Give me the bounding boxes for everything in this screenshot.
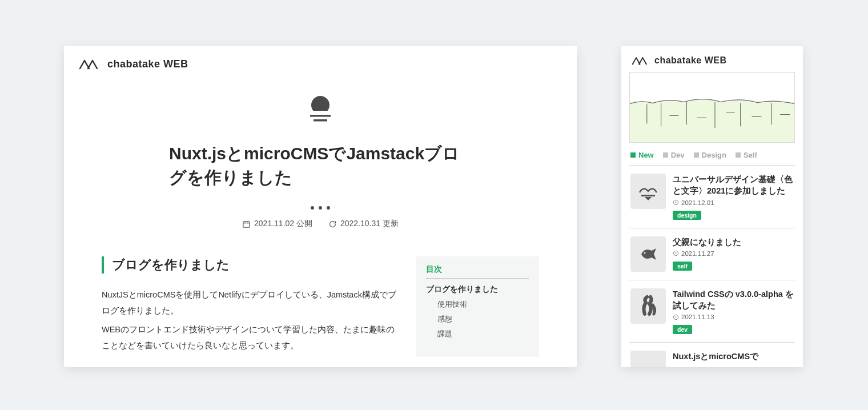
updated-date: 2022.10.31 更新	[328, 219, 399, 229]
post-title: 父親になりました	[673, 236, 794, 248]
post-item[interactable]: ユニバーサルデザイン基礎〈色と文字〉2021に参加しました 2021.12.01…	[621, 166, 803, 228]
filter-dev[interactable]: Dev	[663, 151, 685, 159]
svg-rect-2	[310, 115, 331, 117]
fish-icon	[637, 243, 660, 266]
post-date: 2021.11.13	[673, 313, 794, 320]
site-logo[interactable]: chabatake WEB	[621, 46, 803, 71]
article-body: ブログを作りました NuxtJSとmicroCMSを使用してNetlifyにデプ…	[64, 229, 577, 357]
svg-rect-3	[314, 119, 327, 122]
article-header: Nuxt.jsとmicroCMSでJamstackブログを作りました 2021.…	[64, 75, 577, 229]
post-title: Nuxt.jsとmicroCMSで	[673, 351, 794, 362]
post-body: Nuxt.jsとmicroCMSで	[673, 351, 794, 367]
svg-rect-5	[641, 195, 655, 196]
post-title: Tailwind CSSの v3.0.0-alpha を試してみた	[673, 288, 794, 312]
post-item[interactable]: 父親になりました 2021.11.27 self	[621, 228, 803, 280]
square-icon	[736, 152, 741, 158]
square-icon	[694, 152, 699, 158]
toc-title: 目次	[426, 264, 529, 279]
post-body: Tailwind CSSの v3.0.0-alpha を試してみた 2021.1…	[673, 288, 794, 335]
mobile-view: chabatake WEB New Dev Design Self	[621, 46, 803, 367]
post-item[interactable]: Nuxt.jsとmicroCMSで	[621, 343, 803, 367]
logo-mark-icon	[79, 57, 103, 71]
square-icon	[663, 152, 668, 158]
post-tag[interactable]: self	[673, 262, 692, 271]
category-filter: New Dev Design Self	[621, 151, 803, 165]
sunset-icon	[302, 93, 339, 129]
logo-text: chabatake WEB	[107, 58, 188, 70]
article-meta: 2021.11.02 公開 2022.10.31 更新	[98, 219, 542, 229]
post-body: ユニバーサルデザイン基礎〈色と文字〉2021に参加しました 2021.12.01…	[673, 174, 794, 220]
post-body: 父親になりました 2021.11.27 self	[673, 236, 794, 272]
post-date: 2021.11.27	[673, 250, 794, 257]
toc-item[interactable]: 感想	[426, 314, 529, 324]
seaweed-icon	[637, 295, 660, 317]
clock-icon	[673, 199, 679, 206]
tea-field-illustration-icon	[630, 73, 794, 143]
svg-point-7	[644, 252, 646, 254]
post-tag[interactable]: dev	[673, 325, 692, 334]
square-icon	[630, 152, 636, 158]
table-of-contents: 目次 ブログを作りました 使用技術 感想 課題	[416, 256, 539, 357]
article-title: Nuxt.jsとmicroCMSでJamstackブログを作りました	[169, 142, 472, 190]
mountain-icon	[637, 180, 660, 203]
post-date: 2021.12.01	[673, 199, 794, 206]
paragraph: WEBのフロントエンド技術やデザインについて学習した内容、たまに趣味のことなどを…	[102, 322, 396, 353]
section-heading: ブログを作りました	[102, 256, 396, 274]
post-tag[interactable]: design	[673, 211, 701, 220]
logo-text: chabatake WEB	[654, 55, 727, 66]
published-date: 2021.11.02 公開	[242, 219, 312, 229]
post-thumbnail	[630, 174, 666, 209]
filter-new[interactable]: New	[630, 151, 654, 159]
article-content: ブログを作りました NuxtJSとmicroCMSを使用してNetlifyにデプ…	[102, 256, 396, 357]
post-title: ユニバーサルデザイン基礎〈色と文字〉2021に参加しました	[673, 174, 794, 197]
post-thumbnail	[630, 236, 666, 272]
toc-item[interactable]: 使用技術	[426, 299, 529, 309]
paragraph: NuxtJSとmicroCMSを使用してNetlifyにデプロイしている、Jam…	[102, 287, 396, 319]
logo-mark-icon	[632, 55, 651, 66]
clock-icon	[673, 250, 679, 256]
clock-icon	[673, 314, 679, 320]
refresh-icon	[328, 220, 337, 228]
filter-design[interactable]: Design	[694, 151, 726, 159]
svg-rect-4	[243, 222, 250, 227]
svg-rect-1	[309, 111, 332, 115]
site-logo[interactable]: chabatake WEB	[64, 46, 577, 75]
post-item[interactable]: Tailwind CSSの v3.0.0-alpha を試してみた 2021.1…	[621, 280, 803, 343]
toc-item[interactable]: 課題	[426, 329, 529, 339]
post-thumbnail	[630, 351, 666, 367]
divider-dots-icon	[98, 204, 542, 211]
post-thumbnail	[630, 288, 666, 324]
calendar-icon	[242, 220, 251, 228]
desktop-view: chabatake WEB Nuxt.jsとmicroCMSでJamstackブ…	[64, 46, 577, 367]
hero-image	[629, 72, 795, 143]
filter-self[interactable]: Self	[736, 151, 757, 159]
toc-item[interactable]: ブログを作りました	[426, 284, 529, 295]
